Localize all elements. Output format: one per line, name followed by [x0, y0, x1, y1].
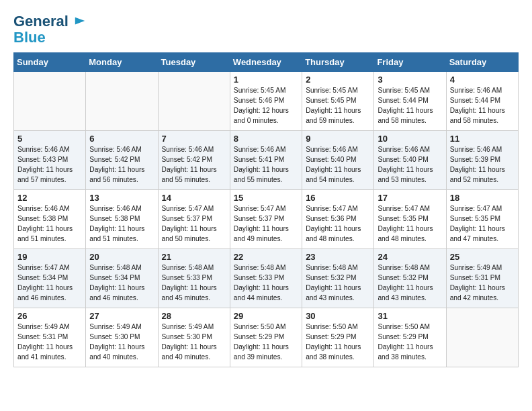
calendar-cell: 13Sunrise: 5:46 AMSunset: 5:38 PMDayligh…	[86, 190, 158, 249]
day-number: 7	[162, 134, 226, 144]
day-number: 9	[306, 134, 370, 144]
day-number: 16	[306, 193, 370, 203]
calendar-cell: 14Sunrise: 5:47 AMSunset: 5:37 PMDayligh…	[158, 190, 230, 249]
calendar-cell: 19Sunrise: 5:47 AMSunset: 5:34 PMDayligh…	[14, 249, 86, 308]
day-number: 22	[234, 252, 298, 262]
cell-text: Sunrise: 5:47 AMSunset: 5:35 PMDaylight:…	[450, 204, 515, 244]
day-number: 28	[162, 311, 226, 321]
cell-text: Sunrise: 5:46 AMSunset: 5:42 PMDaylight:…	[89, 145, 154, 185]
day-number: 10	[378, 134, 442, 144]
cell-text: Sunrise: 5:47 AMSunset: 5:35 PMDaylight:…	[378, 204, 442, 244]
page-header: General Blue	[13, 13, 519, 46]
day-number: 26	[17, 311, 82, 321]
calendar-cell: 7Sunrise: 5:46 AMSunset: 5:42 PMDaylight…	[158, 131, 230, 190]
day-header-thursday: Thursday	[302, 53, 374, 72]
calendar-cell	[14, 72, 86, 131]
svg-marker-0	[75, 17, 85, 25]
cell-text: Sunrise: 5:49 AMSunset: 5:30 PMDaylight:…	[162, 322, 226, 362]
cell-text: Sunrise: 5:48 AMSunset: 5:33 PMDaylight:…	[162, 263, 226, 303]
day-header-monday: Monday	[86, 53, 158, 72]
day-number: 18	[450, 193, 515, 203]
day-number: 19	[17, 252, 82, 262]
calendar-cell: 25Sunrise: 5:49 AMSunset: 5:31 PMDayligh…	[446, 249, 518, 308]
logo-blue: Blue	[13, 30, 86, 46]
calendar-cell: 6Sunrise: 5:46 AMSunset: 5:42 PMDaylight…	[86, 131, 158, 190]
cell-text: Sunrise: 5:50 AMSunset: 5:29 PMDaylight:…	[234, 322, 298, 362]
calendar-cell: 1Sunrise: 5:45 AMSunset: 5:46 PMDaylight…	[230, 72, 302, 131]
cell-text: Sunrise: 5:46 AMSunset: 5:39 PMDaylight:…	[450, 145, 515, 185]
cell-text: Sunrise: 5:45 AMSunset: 5:44 PMDaylight:…	[378, 86, 442, 126]
calendar-cell: 21Sunrise: 5:48 AMSunset: 5:33 PMDayligh…	[158, 249, 230, 308]
cell-text: Sunrise: 5:46 AMSunset: 5:38 PMDaylight:…	[89, 204, 154, 244]
calendar-cell	[86, 72, 158, 131]
logo: General Blue	[13, 13, 86, 46]
calendar-cell: 22Sunrise: 5:48 AMSunset: 5:33 PMDayligh…	[230, 249, 302, 308]
cell-text: Sunrise: 5:48 AMSunset: 5:32 PMDaylight:…	[306, 263, 370, 303]
day-header-wednesday: Wednesday	[230, 53, 302, 72]
cell-text: Sunrise: 5:49 AMSunset: 5:31 PMDaylight:…	[450, 263, 515, 303]
cell-text: Sunrise: 5:49 AMSunset: 5:30 PMDaylight:…	[89, 322, 154, 362]
calendar-cell	[446, 308, 518, 367]
cell-text: Sunrise: 5:45 AMSunset: 5:45 PMDaylight:…	[306, 86, 370, 126]
day-number: 31	[378, 311, 442, 321]
calendar-cell: 20Sunrise: 5:48 AMSunset: 5:34 PMDayligh…	[86, 249, 158, 308]
cell-text: Sunrise: 5:46 AMSunset: 5:40 PMDaylight:…	[378, 145, 442, 185]
calendar-cell: 3Sunrise: 5:45 AMSunset: 5:44 PMDaylight…	[374, 72, 446, 131]
cell-text: Sunrise: 5:47 AMSunset: 5:37 PMDaylight:…	[234, 204, 298, 244]
calendar-cell: 16Sunrise: 5:47 AMSunset: 5:36 PMDayligh…	[302, 190, 374, 249]
cell-text: Sunrise: 5:49 AMSunset: 5:31 PMDaylight:…	[17, 322, 82, 362]
calendar-cell: 5Sunrise: 5:46 AMSunset: 5:43 PMDaylight…	[14, 131, 86, 190]
calendar-cell: 27Sunrise: 5:49 AMSunset: 5:30 PMDayligh…	[86, 308, 158, 367]
day-number: 21	[162, 252, 226, 262]
day-header-saturday: Saturday	[446, 53, 518, 72]
day-number: 13	[89, 193, 154, 203]
calendar-cell: 24Sunrise: 5:48 AMSunset: 5:32 PMDayligh…	[374, 249, 446, 308]
day-number: 30	[306, 311, 370, 321]
cell-text: Sunrise: 5:46 AMSunset: 5:41 PMDaylight:…	[234, 145, 298, 185]
day-number: 6	[89, 134, 154, 144]
calendar-cell: 18Sunrise: 5:47 AMSunset: 5:35 PMDayligh…	[446, 190, 518, 249]
logo-flag-icon	[74, 15, 86, 28]
logo-general: General	[13, 13, 86, 30]
cell-text: Sunrise: 5:45 AMSunset: 5:46 PMDaylight:…	[234, 86, 298, 126]
day-number: 29	[234, 311, 298, 321]
calendar-cell: 17Sunrise: 5:47 AMSunset: 5:35 PMDayligh…	[374, 190, 446, 249]
cell-text: Sunrise: 5:48 AMSunset: 5:33 PMDaylight:…	[234, 263, 298, 303]
day-number: 11	[450, 134, 515, 144]
calendar-cell: 28Sunrise: 5:49 AMSunset: 5:30 PMDayligh…	[158, 308, 230, 367]
day-number: 2	[306, 75, 370, 85]
calendar-cell: 10Sunrise: 5:46 AMSunset: 5:40 PMDayligh…	[374, 131, 446, 190]
day-header-friday: Friday	[374, 53, 446, 72]
cell-text: Sunrise: 5:46 AMSunset: 5:40 PMDaylight:…	[306, 145, 370, 185]
calendar-cell: 23Sunrise: 5:48 AMSunset: 5:32 PMDayligh…	[302, 249, 374, 308]
day-number: 8	[234, 134, 298, 144]
cell-text: Sunrise: 5:48 AMSunset: 5:34 PMDaylight:…	[89, 263, 154, 303]
day-number: 3	[378, 75, 442, 85]
calendar-cell: 26Sunrise: 5:49 AMSunset: 5:31 PMDayligh…	[14, 308, 86, 367]
cell-text: Sunrise: 5:46 AMSunset: 5:42 PMDaylight:…	[162, 145, 226, 185]
day-number: 23	[306, 252, 370, 262]
day-number: 27	[89, 311, 154, 321]
cell-text: Sunrise: 5:48 AMSunset: 5:32 PMDaylight:…	[378, 263, 442, 303]
cell-text: Sunrise: 5:47 AMSunset: 5:34 PMDaylight:…	[17, 263, 82, 303]
calendar-cell: 15Sunrise: 5:47 AMSunset: 5:37 PMDayligh…	[230, 190, 302, 249]
calendar-cell: 12Sunrise: 5:46 AMSunset: 5:38 PMDayligh…	[14, 190, 86, 249]
day-number: 24	[378, 252, 442, 262]
calendar-cell: 29Sunrise: 5:50 AMSunset: 5:29 PMDayligh…	[230, 308, 302, 367]
day-header-sunday: Sunday	[14, 53, 86, 72]
day-number: 4	[450, 75, 515, 85]
day-number: 25	[450, 252, 515, 262]
calendar-cell: 4Sunrise: 5:46 AMSunset: 5:44 PMDaylight…	[446, 72, 518, 131]
day-header-tuesday: Tuesday	[158, 53, 230, 72]
day-number: 17	[378, 193, 442, 203]
calendar-cell: 11Sunrise: 5:46 AMSunset: 5:39 PMDayligh…	[446, 131, 518, 190]
cell-text: Sunrise: 5:46 AMSunset: 5:38 PMDaylight:…	[17, 204, 82, 244]
cell-text: Sunrise: 5:47 AMSunset: 5:36 PMDaylight:…	[306, 204, 370, 244]
cell-text: Sunrise: 5:50 AMSunset: 5:29 PMDaylight:…	[306, 322, 370, 362]
cell-text: Sunrise: 5:46 AMSunset: 5:44 PMDaylight:…	[450, 86, 515, 126]
cell-text: Sunrise: 5:47 AMSunset: 5:37 PMDaylight:…	[162, 204, 226, 244]
day-number: 12	[17, 193, 82, 203]
calendar-cell: 8Sunrise: 5:46 AMSunset: 5:41 PMDaylight…	[230, 131, 302, 190]
day-number: 20	[89, 252, 154, 262]
day-number: 5	[17, 134, 82, 144]
